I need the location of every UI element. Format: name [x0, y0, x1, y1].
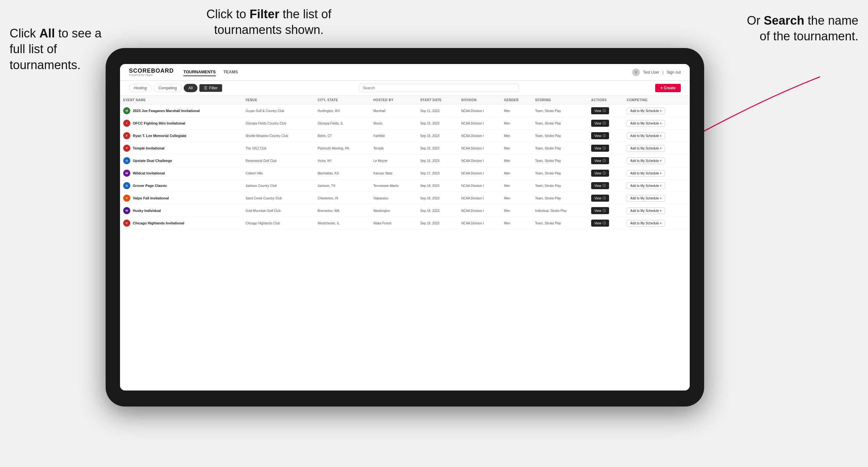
competing-cell: Add to My Schedule +: [623, 192, 690, 205]
event-name: Valpo Fall Invitational: [133, 196, 169, 200]
division-cell: NCAA Division I: [458, 192, 501, 205]
team-icon: W: [123, 169, 130, 177]
nav-tab-tournaments[interactable]: TOURNAMENTS: [183, 68, 216, 76]
search-container: [359, 84, 519, 92]
gender-cell: Men: [501, 105, 532, 117]
add-to-schedule-button[interactable]: Add to My Schedule +: [627, 145, 665, 152]
scoring-cell: Team, Stroke Play: [532, 192, 588, 205]
gender-cell: Men: [501, 217, 532, 229]
view-icon: ⓘ: [603, 146, 606, 150]
gender-cell: Men: [501, 205, 532, 217]
division-cell: NCAA Division I: [458, 105, 501, 117]
logo-area: SCOREBOARD Powered by clippd: [129, 68, 174, 76]
event-name: Wildcat Invitational: [133, 171, 165, 175]
view-button[interactable]: View ⓘ: [591, 157, 609, 164]
add-to-schedule-button[interactable]: Add to My Schedule +: [627, 208, 665, 214]
toolbar: Hosting Competing All ☰ Filter + Create: [120, 81, 690, 96]
create-button[interactable]: + Create: [655, 84, 681, 92]
start-date-cell: Sep 16, 2023: [417, 155, 458, 167]
competing-cell: Add to My Schedule +: [623, 142, 690, 155]
add-to-schedule-button[interactable]: Add to My Schedule +: [627, 132, 665, 139]
nav-tab-teams[interactable]: TEAMS: [223, 68, 238, 76]
scoring-cell: Team, Stroke Play: [532, 167, 588, 180]
view-button[interactable]: View ⓘ: [591, 145, 609, 152]
view-button[interactable]: View ⓘ: [591, 220, 609, 227]
scoring-cell: Team, Stroke Play: [532, 105, 588, 117]
event-name-cell: W Husky Individual: [120, 205, 242, 217]
start-date-cell: Sep 18, 2023: [417, 217, 458, 229]
gender-cell: Men: [501, 142, 532, 155]
view-icon: ⓘ: [603, 133, 606, 138]
venue-cell: Jackson Country Club: [242, 180, 314, 192]
annotation-top-center: Click to Filter the list of tournaments …: [186, 6, 352, 38]
start-date-cell: Sep 16, 2023: [417, 142, 458, 155]
filter-button[interactable]: ☰ Filter: [199, 84, 222, 92]
venue-cell: Ravenwood Golf Club: [242, 155, 314, 167]
gender-cell: Men: [501, 167, 532, 180]
add-to-schedule-button[interactable]: Add to My Schedule +: [627, 157, 665, 164]
scoring-cell: Team, Stroke Play: [532, 180, 588, 192]
view-button[interactable]: View ⓘ: [591, 132, 609, 139]
view-button[interactable]: View ⓘ: [591, 195, 609, 201]
user-name: Test User: [643, 70, 659, 74]
hosted-by-cell: Temple: [370, 142, 417, 155]
view-button[interactable]: View ⓘ: [591, 207, 609, 214]
team-icon: W: [123, 207, 130, 214]
filter-icon: ☰: [204, 86, 208, 90]
logo-text: SCOREBOARD: [129, 68, 174, 73]
venue-cell: The 1912 Club: [242, 142, 314, 155]
event-name: 2023 Joe Feaganes Marshall Invitational: [133, 109, 200, 113]
competing-cell: Add to My Schedule +: [623, 105, 690, 117]
hosted-by-cell: Washington: [370, 205, 417, 217]
event-name: Upstate Dual Challenge: [133, 159, 172, 163]
add-to-schedule-button[interactable]: Add to My Schedule +: [627, 220, 665, 227]
col-event-name: EVENT NAME: [120, 96, 242, 105]
add-to-schedule-button[interactable]: Add to My Schedule +: [627, 120, 665, 127]
division-cell: NCAA Division I: [458, 167, 501, 180]
col-gender: GENDER: [501, 96, 532, 105]
hosted-by-cell: Fairfield: [370, 130, 417, 142]
event-name: Husky Individual: [133, 209, 161, 213]
view-button[interactable]: View ⓘ: [591, 169, 609, 177]
city-state-cell: Victor, NY: [314, 155, 370, 167]
actions-cell: View ⓘ: [588, 217, 623, 229]
hosted-by-cell: Wake Forest: [370, 217, 417, 229]
col-division: DIVISION: [458, 96, 501, 105]
add-to-schedule-button[interactable]: Add to My Schedule +: [627, 170, 665, 177]
search-input[interactable]: [359, 84, 519, 92]
add-to-schedule-button[interactable]: Add to My Schedule +: [627, 195, 665, 201]
sign-out-link[interactable]: Sign out: [667, 70, 681, 74]
team-icon: C: [123, 220, 130, 227]
add-to-schedule-button[interactable]: Add to My Schedule +: [627, 182, 665, 189]
team-icon: F: [123, 132, 130, 139]
table-row: G Grover Page Classic Jackson Country Cl…: [120, 180, 690, 192]
city-state-cell: Plymouth Meeting, PA: [314, 142, 370, 155]
hosted-by-cell: Marshall: [370, 105, 417, 117]
city-state-cell: Jackson, TN: [314, 180, 370, 192]
city-state-cell: Olympia Fields, IL: [314, 117, 370, 130]
view-icon: ⓘ: [603, 196, 606, 200]
table-container[interactable]: EVENT NAME VENUE CITY, STATE HOSTED BY S…: [120, 96, 690, 391]
competing-cell: Add to My Schedule +: [623, 217, 690, 229]
tablet-screen: SCOREBOARD Powered by clippd TOURNAMENTS…: [120, 64, 690, 391]
col-city-state: CITY, STATE: [314, 96, 370, 105]
tab-competing[interactable]: Competing: [154, 84, 182, 92]
add-to-schedule-button[interactable]: Add to My Schedule +: [627, 107, 665, 114]
city-state-cell: Westchester, IL: [314, 217, 370, 229]
actions-cell: View ⓘ: [588, 192, 623, 205]
view-button[interactable]: View ⓘ: [591, 120, 609, 127]
view-icon: ⓘ: [603, 183, 606, 188]
start-date-cell: Sep 18, 2023: [417, 180, 458, 192]
city-state-cell: Bremerton, WA: [314, 205, 370, 217]
view-button[interactable]: View ⓘ: [591, 107, 609, 114]
view-icon: ⓘ: [603, 221, 606, 225]
tab-all[interactable]: All: [184, 84, 197, 92]
city-state-cell: Huntington, WV: [314, 105, 370, 117]
team-icon: V: [123, 195, 130, 201]
actions-cell: View ⓘ: [588, 117, 623, 130]
col-venue: VENUE: [242, 96, 314, 105]
view-button[interactable]: View ⓘ: [591, 182, 609, 189]
gender-cell: Men: [501, 192, 532, 205]
event-name: Grover Page Classic: [133, 184, 167, 188]
tab-hosting[interactable]: Hosting: [129, 84, 152, 92]
